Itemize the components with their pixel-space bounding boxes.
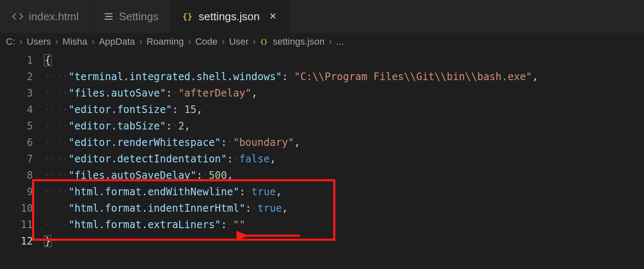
- json-file-icon: {}: [182, 11, 193, 22]
- code-line[interactable]: ····"files.autoSave":·"afterDelay",: [44, 85, 644, 102]
- line-number: 8: [0, 167, 33, 184]
- code-line[interactable]: ····"editor.fontSize":·15,: [44, 102, 644, 118]
- crumb[interactable]: User: [229, 36, 248, 47]
- line-number: 5: [0, 118, 33, 134]
- chevron-right-icon: ›: [55, 36, 58, 47]
- settings-list-icon: [103, 11, 114, 22]
- tab-label: settings.json: [198, 10, 260, 23]
- close-icon[interactable]: ✕: [269, 11, 277, 22]
- code-line[interactable]: ····"files.autoSaveDelay":·500,: [44, 167, 644, 184]
- svg-text:{}: {}: [260, 38, 268, 45]
- code-line[interactable]: ····"html.format.indentInnerHtml":·true,: [44, 200, 644, 217]
- chevron-right-icon: ›: [92, 36, 95, 47]
- crumb-trailing[interactable]: ...: [336, 36, 344, 47]
- code-line[interactable]: }: [44, 233, 644, 250]
- code-line[interactable]: {: [44, 52, 644, 69]
- crumb[interactable]: AppData: [99, 36, 135, 47]
- chevron-right-icon: ›: [222, 36, 225, 47]
- line-number-gutter: 123456789101112: [0, 52, 44, 250]
- tab-label: Settings: [119, 10, 159, 23]
- crumb-file-label: settings.json: [273, 36, 324, 47]
- code-line[interactable]: ····"html.format.extraLiners":·"": [44, 217, 644, 233]
- line-number: 10: [0, 200, 33, 217]
- json-file-icon: {}: [260, 37, 269, 46]
- crumb[interactable]: Code: [195, 36, 217, 47]
- line-number: 3: [0, 85, 33, 102]
- crumb[interactable]: C:: [6, 36, 15, 47]
- line-number: 11: [0, 217, 33, 233]
- chevron-right-icon: ›: [139, 36, 142, 47]
- breadcrumb: C: › Users › Misha › AppData › Roaming ›…: [0, 33, 644, 51]
- chevron-right-icon: ›: [329, 36, 332, 47]
- line-number: 4: [0, 102, 33, 118]
- code-editor[interactable]: 123456789101112 {····"terminal.integrate…: [0, 51, 644, 250]
- code-content[interactable]: {····"terminal.integrated.shell.windows"…: [44, 52, 644, 250]
- chevron-right-icon: ›: [253, 36, 256, 47]
- line-number: 6: [0, 134, 33, 151]
- line-number: 7: [0, 151, 33, 167]
- code-line[interactable]: ····"editor.detectIndentation":·false,: [44, 151, 644, 167]
- line-number: 12: [0, 233, 33, 250]
- code-line[interactable]: ····"terminal.integrated.shell.windows":…: [44, 69, 644, 85]
- code-line[interactable]: ····"editor.renderWhitespace":·"boundary…: [44, 134, 644, 151]
- line-number: 2: [0, 69, 33, 85]
- tab-settings[interactable]: Settings: [91, 0, 171, 33]
- tab-bar: index.html Settings {} settings.json ✕: [0, 0, 644, 33]
- tab-index-html[interactable]: index.html: [0, 0, 91, 33]
- line-number: 1: [0, 52, 33, 69]
- svg-text:{}: {}: [182, 12, 192, 22]
- tab-settings-json[interactable]: {} settings.json ✕: [171, 0, 289, 33]
- crumb-file[interactable]: {} settings.json: [260, 36, 324, 47]
- line-number: 9: [0, 184, 33, 200]
- crumb[interactable]: Roaming: [147, 36, 184, 47]
- chevron-right-icon: ›: [19, 36, 22, 47]
- html-file-icon: [12, 11, 24, 22]
- crumb[interactable]: Users: [27, 36, 51, 47]
- tab-label: index.html: [29, 10, 79, 23]
- code-line[interactable]: ····"editor.tabSize":·2,: [44, 118, 644, 134]
- crumb[interactable]: Misha: [62, 36, 87, 47]
- chevron-right-icon: ›: [188, 36, 191, 47]
- code-line[interactable]: ····"html.format.endWithNewline":·true,: [44, 184, 644, 200]
